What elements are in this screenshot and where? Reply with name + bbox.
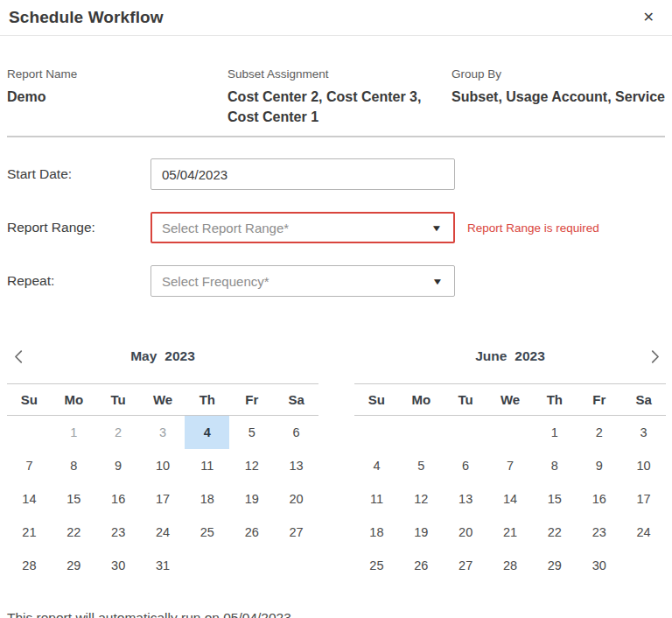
calendar-day[interactable]: 23 [577,516,621,549]
calendar-week-row: 18192021222324 [354,516,666,549]
calendar-day[interactable]: 20 [444,516,488,549]
calendar-day[interactable]: 17 [141,482,186,516]
chevron-down-icon: ▼ [431,277,443,286]
report-range-label: Report Range: [7,220,150,235]
schedule-form: Start Date: Report Range: Select Report … [0,137,672,297]
calendar-day[interactable]: 2 [96,416,141,449]
calendar-day[interactable]: 19 [229,482,274,516]
calendar-week-row: 21222324252627 [7,516,318,549]
chevron-right-icon[interactable] [643,345,666,368]
calendar-day[interactable]: 1 [532,416,577,449]
calendar-day[interactable]: 28 [488,549,533,582]
weekday-label: Tu [444,392,488,407]
group-by-value: Subset, Usage Account, Service [452,87,665,107]
calendar-may-grid: 1234567891011121314151617181920212223242… [7,416,318,582]
calendar-day[interactable]: 16 [577,482,621,516]
weekday-label: Mo [399,392,444,407]
calendar-day[interactable]: 8 [532,449,577,482]
calendar-day[interactable]: 21 [488,516,533,549]
calendar-day[interactable]: 30 [577,549,621,582]
chevron-left-icon[interactable] [7,345,30,368]
calendar-day[interactable]: 27 [444,549,488,582]
calendar-day[interactable]: 18 [185,482,229,516]
calendar-day[interactable]: 24 [141,516,186,549]
repeat-select[interactable]: Select Frequency* ▼ [150,265,455,297]
calendar-day[interactable]: 16 [96,482,141,516]
calendar-day[interactable]: 5 [229,416,274,449]
calendar-week-row: 252627282930 [354,549,666,582]
calendar-day[interactable]: 11 [354,482,399,516]
weekday-label: Su [354,392,399,407]
report-range-placeholder: Select Report Range* [162,221,289,235]
month-label: May [130,348,157,363]
calendar-day[interactable]: 17 [621,482,666,516]
calendar-day-empty [7,416,52,449]
calendar-day[interactable]: 19 [399,516,444,549]
calendar-day[interactable]: 14 [488,482,533,516]
calendar-day[interactable]: 28 [7,549,52,582]
calendar-day[interactable]: 2 [577,416,621,449]
calendar-day[interactable]: 5 [399,449,444,482]
weekday-label: Sa [621,392,666,407]
calendar-day[interactable]: 8 [52,449,96,482]
calendar-day[interactable]: 18 [354,516,399,549]
calendar-day[interactable]: 14 [7,482,52,516]
calendar-day[interactable]: 27 [274,516,318,549]
calendar-day[interactable]: 4 [354,449,399,482]
start-date-input[interactable] [150,158,455,190]
repeat-row: Repeat: Select Frequency* ▼ [7,265,665,297]
weekday-label: Th [532,392,577,407]
close-icon[interactable]: ✕ [641,9,656,26]
calendar-day[interactable]: 10 [621,449,666,482]
calendar-day[interactable]: 9 [96,449,141,482]
calendar-day[interactable]: 31 [141,549,186,582]
calendar-day[interactable]: 25 [354,549,399,582]
calendar-day[interactable]: 6 [274,416,318,449]
page-title: Schedule Workflow [9,8,164,27]
calendar-june-header: June2023 [354,343,666,369]
calendar-day[interactable]: 7 [7,449,52,482]
calendar-day[interactable]: 22 [52,516,96,549]
calendar-may: May2023 SuMoTuWeThFrSa 12345678910111213… [7,343,318,582]
calendar-week-row: 45678910 [354,449,666,482]
weekday-label: Tu [96,392,141,407]
calendar-day[interactable]: 30 [96,549,141,582]
calendar-may-title: May2023 [30,348,296,364]
report-range-row: Report Range: Select Report Range* ▼ Rep… [7,212,665,243]
calendar-day[interactable]: 10 [141,449,186,482]
calendar-day[interactable]: 12 [229,449,274,482]
calendar-day[interactable]: 3 [141,416,186,449]
report-range-error: Report Range is required [467,221,599,235]
weekday-label: Su [7,392,52,407]
weekday-label: Mo [52,392,96,407]
calendar-day[interactable]: 13 [444,482,488,516]
calendar-day[interactable]: 24 [621,516,666,549]
calendar-day[interactable]: 29 [532,549,577,582]
report-name-label: Report Name [7,67,228,81]
calendar-day[interactable]: 9 [577,449,621,482]
calendar-day[interactable]: 7 [488,449,533,482]
calendar-day[interactable]: 4 [185,416,229,449]
calendar-day[interactable]: 12 [399,482,444,516]
calendar-day[interactable]: 6 [444,449,488,482]
calendar-day[interactable]: 29 [52,549,96,582]
calendar-day[interactable]: 11 [185,449,229,482]
calendar-week-row: 123 [354,416,666,449]
weekday-header: SuMoTuWeThFrSa [7,383,318,416]
calendar-day[interactable]: 20 [274,482,318,516]
calendar-day[interactable]: 15 [532,482,577,516]
calendar-day[interactable]: 15 [52,482,96,516]
calendar-day[interactable]: 23 [96,516,141,549]
calendar-day[interactable]: 3 [621,416,666,449]
calendar-week-row: 123456 [7,416,318,449]
calendar-day[interactable]: 26 [399,549,444,582]
group-by-label: Group By [452,67,665,81]
calendar-week-row: 11121314151617 [354,482,666,516]
calendar-day[interactable]: 21 [7,516,52,549]
calendar-day[interactable]: 25 [185,516,229,549]
report-range-select[interactable]: Select Report Range* ▼ [150,212,455,243]
calendar-day[interactable]: 22 [532,516,577,549]
calendar-day[interactable]: 26 [229,516,274,549]
calendar-day[interactable]: 13 [274,449,318,482]
calendar-day[interactable]: 1 [52,416,96,449]
